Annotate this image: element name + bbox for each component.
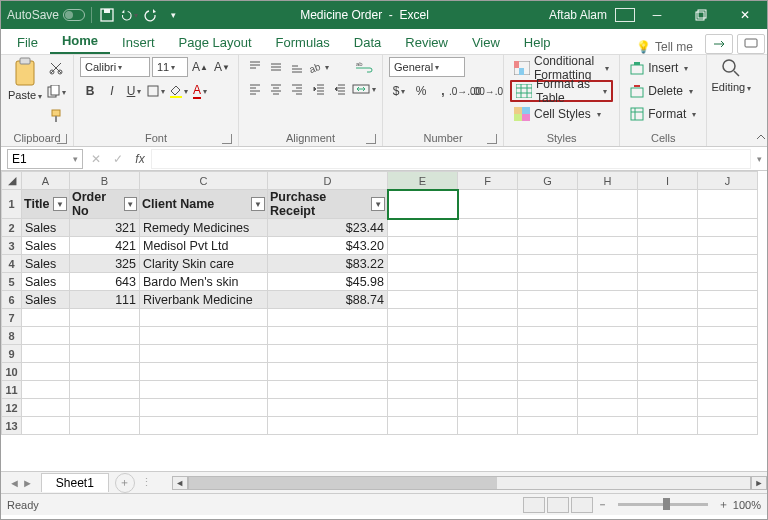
cell[interactable] <box>518 381 578 399</box>
insert-function-button[interactable]: fx <box>129 152 151 166</box>
tab-nav-prev[interactable]: ◄ <box>9 477 20 489</box>
row-header[interactable]: 3 <box>2 237 22 255</box>
cell[interactable] <box>458 327 518 345</box>
cell[interactable]: $23.44 <box>268 219 388 237</box>
col-header-I[interactable]: I <box>638 172 698 190</box>
cell[interactable] <box>578 273 638 291</box>
cell[interactable] <box>638 273 698 291</box>
cell[interactable] <box>638 417 698 435</box>
cell[interactable] <box>388 309 458 327</box>
cell[interactable] <box>518 237 578 255</box>
increase-font-button[interactable]: A▲ <box>190 57 210 77</box>
cell[interactable] <box>458 237 518 255</box>
restore-button[interactable] <box>679 1 723 29</box>
cell[interactable] <box>140 417 268 435</box>
sheet-tab-sheet1[interactable]: Sheet1 <box>41 473 109 492</box>
cell[interactable] <box>458 291 518 309</box>
row-header[interactable]: 7 <box>2 309 22 327</box>
cell[interactable] <box>388 363 458 381</box>
cell[interactable] <box>458 399 518 417</box>
cell[interactable] <box>638 345 698 363</box>
decrease-font-button[interactable]: A▼ <box>212 57 232 77</box>
align-right-button[interactable] <box>287 79 307 99</box>
cell[interactable] <box>638 363 698 381</box>
worksheet-area[interactable]: ◢ A B C D E F G H I J 1Title▼Order No▼Cl… <box>1 171 767 471</box>
accounting-format-button[interactable]: $ <box>389 81 409 101</box>
cell[interactable] <box>458 255 518 273</box>
cell[interactable] <box>698 381 758 399</box>
cell[interactable]: $45.98 <box>268 273 388 291</box>
cell[interactable] <box>638 309 698 327</box>
cell[interactable] <box>268 309 388 327</box>
zoom-level[interactable]: 100% <box>733 499 761 511</box>
cell[interactable] <box>578 345 638 363</box>
select-all-corner[interactable]: ◢ <box>2 172 22 190</box>
table-header-cell[interactable]: Purchase Receipt▼ <box>268 190 388 219</box>
decrease-decimal-button[interactable]: .00→.0 <box>477 81 497 101</box>
cell[interactable] <box>578 219 638 237</box>
border-button[interactable] <box>146 81 166 101</box>
scroll-thumb[interactable] <box>189 477 498 489</box>
cell[interactable] <box>70 327 140 345</box>
cell[interactable] <box>70 345 140 363</box>
zoom-slider[interactable] <box>618 503 708 506</box>
cell[interactable] <box>698 190 758 219</box>
cell[interactable] <box>70 363 140 381</box>
cell[interactable] <box>388 291 458 309</box>
copy-button[interactable] <box>45 81 67 103</box>
row-header[interactable]: 1 <box>2 190 22 219</box>
font-name-select[interactable]: Calibri <box>80 57 150 77</box>
cell[interactable] <box>70 417 140 435</box>
undo-button[interactable] <box>120 6 138 24</box>
scroll-left-button[interactable]: ◄ <box>172 476 188 490</box>
tab-help[interactable]: Help <box>512 31 563 54</box>
cell[interactable] <box>578 255 638 273</box>
cell[interactable] <box>458 417 518 435</box>
align-bottom-button[interactable] <box>287 57 307 77</box>
cell[interactable] <box>698 291 758 309</box>
cell[interactable] <box>388 255 458 273</box>
cell[interactable] <box>518 309 578 327</box>
cell[interactable] <box>22 363 70 381</box>
conditional-formatting-button[interactable]: Conditional Formatting <box>510 57 613 79</box>
cell[interactable] <box>698 273 758 291</box>
qat-customize-button[interactable]: ▾ <box>164 6 182 24</box>
page-break-view-button[interactable] <box>571 497 593 513</box>
horizontal-scrollbar[interactable]: ◄ ► <box>172 476 767 490</box>
cell[interactable]: Medisol Pvt Ltd <box>140 237 268 255</box>
scroll-track[interactable] <box>188 476 751 490</box>
row-header[interactable]: 11 <box>2 381 22 399</box>
cell[interactable] <box>140 399 268 417</box>
cell[interactable] <box>388 345 458 363</box>
align-top-button[interactable] <box>245 57 265 77</box>
cell[interactable]: Remedy Medicines <box>140 219 268 237</box>
cell[interactable] <box>578 237 638 255</box>
clipboard-launcher[interactable] <box>57 134 67 144</box>
tab-home[interactable]: Home <box>50 29 110 54</box>
cell[interactable] <box>578 417 638 435</box>
cell[interactable] <box>140 345 268 363</box>
cell[interactable]: 111 <box>70 291 140 309</box>
filter-dropdown-icon[interactable]: ▼ <box>251 197 265 211</box>
new-sheet-button[interactable]: ＋ <box>115 473 135 493</box>
fill-color-button[interactable] <box>168 81 188 101</box>
save-button[interactable] <box>98 6 116 24</box>
tab-nav-next[interactable]: ► <box>22 477 33 489</box>
cell[interactable] <box>518 219 578 237</box>
cell[interactable] <box>578 291 638 309</box>
cell[interactable]: Sales <box>22 219 70 237</box>
cell[interactable] <box>518 417 578 435</box>
cell[interactable]: Bardo Men's skin <box>140 273 268 291</box>
alignment-launcher[interactable] <box>366 134 376 144</box>
font-launcher[interactable] <box>222 134 232 144</box>
cell[interactable]: Clarity Skin care <box>140 255 268 273</box>
cell[interactable] <box>388 327 458 345</box>
cell[interactable] <box>458 381 518 399</box>
row-header[interactable]: 2 <box>2 219 22 237</box>
cell[interactable] <box>268 417 388 435</box>
cell[interactable]: $88.74 <box>268 291 388 309</box>
expand-formula-bar-button[interactable]: ▾ <box>751 154 767 164</box>
underline-button[interactable]: U <box>124 81 144 101</box>
cell[interactable] <box>22 399 70 417</box>
formula-input[interactable] <box>151 149 751 169</box>
